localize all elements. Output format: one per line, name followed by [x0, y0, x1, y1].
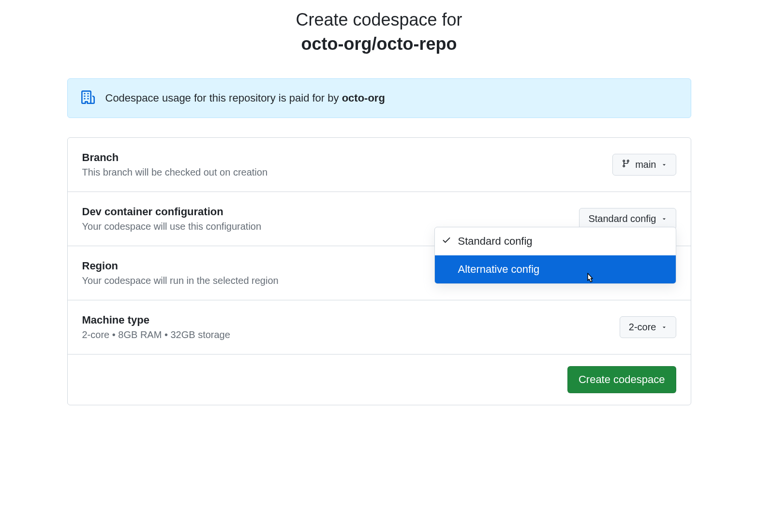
- devcontainer-row: Dev container configuration Your codespa…: [68, 192, 691, 246]
- machine-title: Machine type: [82, 314, 230, 326]
- create-codespace-button[interactable]: Create codespace: [567, 366, 676, 393]
- check-icon: [442, 235, 451, 248]
- caret-down-icon: [661, 325, 667, 330]
- page-title: Create codespace for: [67, 10, 691, 30]
- machine-value: 2-core: [629, 322, 656, 333]
- machine-desc: 2-core • 8GB RAM • 32GB storage: [82, 329, 230, 340]
- git-branch-icon: [622, 159, 630, 170]
- devcontainer-value: Standard config: [588, 213, 656, 224]
- pointer-cursor-icon: [584, 272, 596, 284]
- caret-down-icon: [661, 216, 667, 222]
- usage-banner-text: Codespace usage for this repository is p…: [105, 92, 385, 104]
- usage-banner: Codespace usage for this repository is p…: [67, 78, 691, 118]
- region-title: Region: [82, 260, 279, 272]
- dropdown-item-alternative[interactable]: Alternative config: [435, 255, 676, 283]
- caret-down-icon: [661, 162, 667, 168]
- branch-desc: This branch will be checked out on creat…: [82, 167, 268, 178]
- devcontainer-dropdown: Standard config Alternative config: [434, 227, 676, 284]
- branch-row: Branch This branch will be checked out o…: [68, 138, 691, 192]
- options-box: Branch This branch will be checked out o…: [67, 137, 691, 405]
- machine-selector[interactable]: 2-core: [620, 316, 676, 338]
- branch-selector[interactable]: main: [612, 154, 676, 176]
- devcontainer-title: Dev container configuration: [82, 206, 262, 218]
- footer-row: Create codespace: [68, 355, 691, 405]
- dropdown-item-standard[interactable]: Standard config: [435, 227, 676, 255]
- branch-title: Branch: [82, 151, 268, 164]
- repo-name: octo-org/octo-repo: [67, 34, 691, 54]
- devcontainer-desc: Your codespace will use this configurati…: [82, 221, 262, 232]
- branch-value: main: [635, 159, 656, 170]
- page-header: Create codespace for octo-org/octo-repo: [67, 10, 691, 54]
- machine-row: Machine type 2-core • 8GB RAM • 32GB sto…: [68, 300, 691, 355]
- organization-icon: [81, 90, 95, 106]
- region-desc: Your codespace will run in the selected …: [82, 275, 279, 286]
